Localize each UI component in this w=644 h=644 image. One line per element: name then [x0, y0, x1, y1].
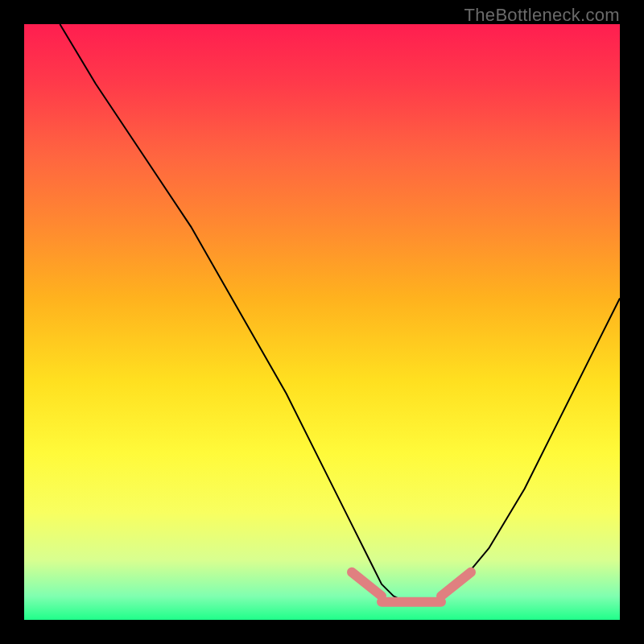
watermark-text: TheBottleneck.com [464, 5, 620, 26]
chart-container: TheBottleneck.com [0, 0, 644, 644]
optimal-range-marker [352, 572, 471, 602]
chart-overlay [24, 24, 620, 620]
bottleneck-curve-line [60, 24, 620, 602]
svg-line-2 [441, 572, 471, 597]
